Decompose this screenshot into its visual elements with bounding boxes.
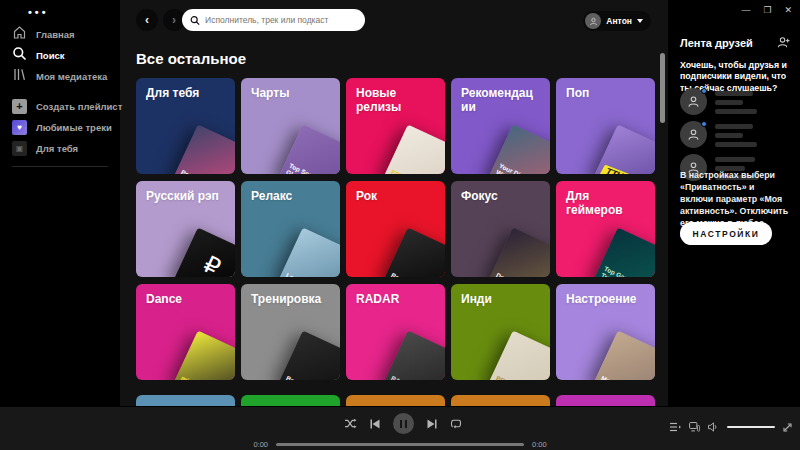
maximize-button[interactable]: ❐ <box>763 3 771 17</box>
plus-icon: + <box>12 99 27 114</box>
player-bar: 0:00 0:00 <box>0 406 800 450</box>
category-tile[interactable]: ИндиPOLLEN <box>451 284 550 380</box>
minimize-button[interactable]: — <box>741 3 750 17</box>
friend-rows <box>680 88 790 182</box>
skeleton-bar <box>715 142 757 147</box>
window-menu-dots[interactable]: ••• <box>28 6 49 18</box>
category-cover-art: Rock This <box>383 227 445 277</box>
fullscreen-icon[interactable] <box>783 423 792 432</box>
category-tile[interactable]: ЧартыTop Songs Global <box>241 78 340 174</box>
person-add-icon[interactable] <box>777 36 790 49</box>
cover-art-label: RADAR <box>390 374 414 380</box>
category-tile[interactable]: ТренировкаBeast Mode <box>241 284 340 380</box>
sidebar-playlist-1[interactable]: ♥Любимые треки <box>0 117 120 138</box>
user-name: Антон <box>606 16 632 26</box>
duration-time: 0:00 <box>532 440 550 449</box>
player-right-controls <box>670 422 792 432</box>
close-button[interactable]: ✕ <box>784 3 792 17</box>
category-tile[interactable]: Dancemint <box>136 284 235 380</box>
pause-button[interactable] <box>393 413 414 434</box>
category-cover-art: ₽ <box>173 227 235 277</box>
search-input[interactable] <box>205 15 357 25</box>
sidebar-item-0[interactable]: Главная <box>0 24 120 45</box>
friend-avatar <box>680 88 707 115</box>
user-menu[interactable]: Антон <box>583 11 651 31</box>
sidebar-playlist-2[interactable]: ▣Для тебя <box>0 138 120 159</box>
search-icon <box>12 46 27 65</box>
search-icon <box>190 15 200 26</box>
sidebar-playlist-0[interactable]: +Создать плейлист <box>0 96 120 117</box>
cover-art-label: POLLEN <box>495 374 522 380</box>
category-tile[interactable]: НастроениеMood Booster <box>556 284 655 380</box>
category-tile[interactable]: ПопTTH <box>556 78 655 174</box>
search-bar[interactable] <box>182 9 365 31</box>
category-tile[interactable]: РокRock This <box>346 181 445 277</box>
progress-row: 0:00 0:00 <box>250 440 550 449</box>
category-tile[interactable]: ФокусDeep Focus <box>451 181 550 277</box>
user-icon <box>687 128 700 141</box>
devices-icon[interactable] <box>689 422 700 432</box>
friend-row[interactable] <box>680 88 790 116</box>
sidebar-playlist-label: Создать плейлист <box>36 101 122 112</box>
category-cover-art: Pop Mix <box>173 124 235 174</box>
category-cover-art: Deep Focus <box>488 227 550 277</box>
previous-icon[interactable] <box>370 419 380 429</box>
cover-art-label: Deep Focus <box>495 271 531 277</box>
category-cover-art: Lo-Fi Beats <box>278 227 340 277</box>
cover-art-label: Pop Mix <box>180 168 206 174</box>
skeleton-bar <box>715 124 753 129</box>
cover-art-label: Rock This <box>390 271 421 277</box>
sidebar-item-2[interactable]: Моя медиатека <box>0 66 120 87</box>
shuffle-icon[interactable] <box>344 418 357 429</box>
avatar <box>585 13 601 29</box>
friend-avatar <box>680 121 707 148</box>
category-tile-label: Настроение <box>566 293 645 307</box>
user-icon <box>687 95 700 108</box>
category-cover-art: Beast Mode <box>278 330 340 380</box>
volume-icon[interactable] <box>708 422 719 432</box>
category-tile-label: Новые релизы <box>356 87 435 115</box>
category-tile-label: Dance <box>146 293 225 307</box>
chevron-left-icon: ‹ <box>145 13 149 27</box>
skeleton-bars <box>715 121 757 147</box>
volume-slider[interactable] <box>727 426 775 429</box>
category-tile[interactable]: Русский рэп₽ <box>136 181 235 277</box>
elapsed-time: 0:00 <box>250 440 268 449</box>
cover-art-label: Beast Mode <box>285 374 321 380</box>
cover-art-label: FRIDAY <box>390 168 414 174</box>
sidebar-menu: ГлавнаяПоискМоя медиатека <box>0 24 120 87</box>
queue-icon[interactable] <box>670 422 681 432</box>
skeleton-bar <box>715 109 757 114</box>
cover-art-label: TTH <box>599 165 629 174</box>
user-icon <box>589 17 598 26</box>
friend-feed-title: Лента друзей <box>680 37 753 49</box>
category-cover-art: Top Songs Global <box>278 124 340 174</box>
sidebar-playlist-label: Любимые треки <box>36 122 112 133</box>
scrollbar[interactable] <box>660 53 665 123</box>
sidebar-item-label: Главная <box>36 29 75 40</box>
repeat-icon[interactable] <box>450 418 462 429</box>
category-cover-art: Top Gaming Tracks <box>593 227 655 277</box>
next-icon[interactable] <box>427 419 437 429</box>
friend-feed-panel: —❐✕ Лента друзей Хочешь, чтобы друзья и … <box>668 0 800 450</box>
category-tile-label: Рок <box>356 190 435 204</box>
category-tile-label: Поп <box>566 87 645 101</box>
main-content: ‹ › Антон Все остальное Для тебяPop MixЧ… <box>120 0 668 450</box>
friend-row[interactable] <box>680 121 790 149</box>
category-tile[interactable]: RADARRADAR <box>346 284 445 380</box>
category-tile[interactable]: Для тебяPop Mix <box>136 78 235 174</box>
sidebar-item-1[interactable]: Поиск <box>0 45 120 66</box>
section-title: Все остальное <box>136 50 246 67</box>
settings-button[interactable]: НАСТРОЙКИ <box>680 222 772 245</box>
app-window: ••• ГлавнаяПоискМоя медиатека +Создать п… <box>0 0 800 450</box>
chevron-down-icon <box>637 19 643 23</box>
sidebar-playlists: +Создать плейлист♥Любимые треки▣Для тебя <box>0 96 120 159</box>
back-button[interactable]: ‹ <box>136 9 158 31</box>
category-tile[interactable]: РекомендацииYour Discover Weekly <box>451 78 550 174</box>
category-tile[interactable]: Для геймеровTop Gaming Tracks <box>556 181 655 277</box>
category-tile-label: Русский рэп <box>146 190 225 204</box>
progress-bar[interactable] <box>276 443 524 446</box>
sidebar-divider <box>12 166 108 167</box>
category-tile[interactable]: РелаксLo-Fi Beats <box>241 181 340 277</box>
category-tile[interactable]: Новые релизыFRIDAY <box>346 78 445 174</box>
